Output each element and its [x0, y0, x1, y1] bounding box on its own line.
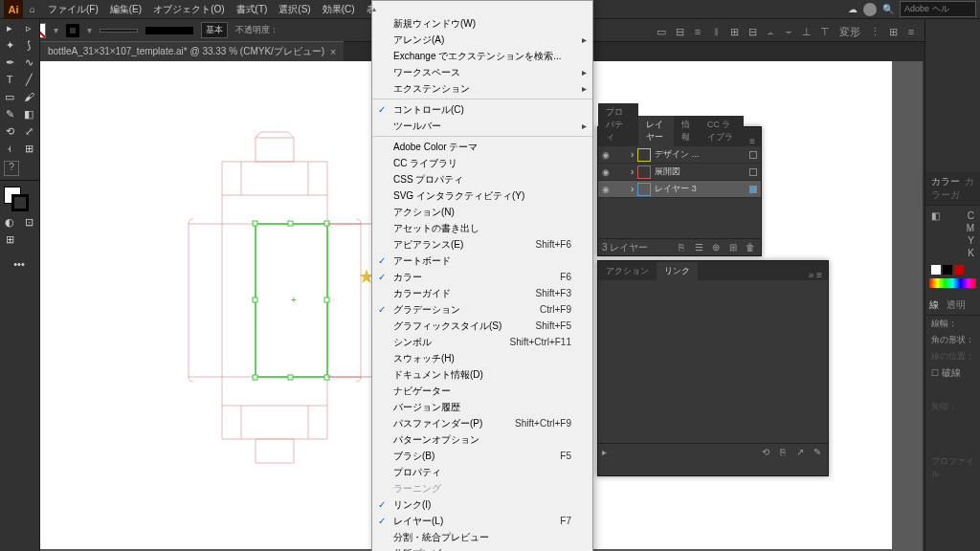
- scroll-up-icon[interactable]: ▴: [372, 3, 592, 15]
- document-tab[interactable]: bottleA_31×31×107_template.ai* @ 33.33 %…: [40, 41, 344, 61]
- align-icon[interactable]: ⊥: [799, 26, 814, 38]
- tab-layers[interactable]: レイヤー: [638, 116, 674, 146]
- stroke-tab[interactable]: 線: [929, 296, 939, 315]
- fill-stroke[interactable]: [0, 185, 36, 213]
- link-icon[interactable]: ⎘: [776, 447, 790, 457]
- mi-properties[interactable]: プロパティ: [372, 464, 592, 480]
- menu-edit[interactable]: 編集(E): [104, 3, 147, 16]
- mi-extensions[interactable]: エクステンション: [372, 80, 592, 97]
- mi-adobe-color[interactable]: Adobe Color テーマ: [372, 139, 592, 155]
- tab-cc[interactable]: CC ライブラ: [700, 116, 744, 146]
- align-icon[interactable]: ≡: [690, 26, 705, 37]
- stroke-weight[interactable]: [100, 29, 138, 33]
- align-icon[interactable]: ⫠: [763, 26, 778, 37]
- align-icon[interactable]: ⋮: [867, 26, 882, 38]
- align-icon[interactable]: ⊟: [672, 26, 687, 38]
- link-icon[interactable]: ↗: [793, 447, 807, 457]
- tab-actions[interactable]: アクション: [598, 262, 657, 280]
- mi-version-hist[interactable]: バージョン履歴: [372, 399, 592, 415]
- transform-label[interactable]: 変形: [835, 25, 864, 39]
- layer-icon[interactable]: ⊞: [726, 242, 740, 253]
- menu-select[interactable]: 選択(S): [273, 3, 316, 16]
- menu-object[interactable]: オブジェクト(O): [147, 3, 230, 16]
- tab-properties[interactable]: プロパティ: [598, 103, 638, 146]
- home-icon[interactable]: ⌂: [23, 4, 42, 14]
- app-logo[interactable]: Ai: [4, 0, 23, 19]
- align-icon[interactable]: ≡: [903, 26, 919, 37]
- mi-flattener[interactable]: 分版プレビュー: [372, 545, 592, 551]
- layer-icon[interactable]: ⎘: [675, 242, 688, 253]
- help-search[interactable]: Adobe ヘル: [900, 1, 976, 17]
- tool-extra[interactable]: ⊞: [0, 231, 19, 248]
- link-icon[interactable]: ⟲: [759, 447, 772, 457]
- direct-select-tool[interactable]: ▹: [19, 19, 38, 36]
- visibility-icon[interactable]: ◉: [602, 185, 613, 194]
- mi-graphic-styles[interactable]: グラフィックスタイル(S)Shift+F5: [372, 318, 592, 334]
- mi-gradient[interactable]: グラデーションCtrl+F9: [372, 301, 592, 318]
- panel-close-icon[interactable]: » ≡: [803, 270, 828, 280]
- width-tool[interactable]: ⫞: [0, 140, 19, 157]
- link-icon[interactable]: ✎: [811, 447, 824, 457]
- mi-toolbar[interactable]: ツールバー: [372, 118, 592, 134]
- color-tab[interactable]: カラー: [931, 176, 960, 187]
- mi-color-guide[interactable]: カラーガイドShift+F3: [372, 285, 592, 301]
- stroke-profile[interactable]: 基本: [201, 22, 228, 38]
- mi-brushes[interactable]: ブラシ(B)F5: [372, 448, 592, 464]
- mi-symbols[interactable]: シンボルShift+Ctrl+F11: [372, 334, 592, 350]
- mi-navigator[interactable]: ナビゲーター: [372, 383, 592, 399]
- layer-row[interactable]: ◉›デザイン ...: [598, 146, 761, 164]
- mi-cc-lib[interactable]: CC ライブラリ: [372, 155, 592, 171]
- align-icon[interactable]: ⫟: [781, 26, 796, 37]
- visibility-icon[interactable]: ◉: [602, 150, 613, 160]
- magic-wand-tool[interactable]: ✦: [0, 36, 19, 54]
- user-icon[interactable]: [863, 3, 877, 16]
- layer-row[interactable]: ◉›展開図: [598, 164, 761, 181]
- brush-tool[interactable]: 🖌: [19, 88, 38, 105]
- tab-close-icon[interactable]: ×: [330, 47, 336, 57]
- eraser-tool[interactable]: ◧: [19, 105, 38, 122]
- lasso-tool[interactable]: ⟆: [19, 36, 38, 54]
- mi-control[interactable]: コントロール(C): [372, 101, 592, 118]
- layer-icon[interactable]: ☰: [692, 242, 705, 253]
- mi-artboards[interactable]: アートボード: [372, 253, 592, 269]
- mi-actions[interactable]: アクション(N): [372, 204, 592, 220]
- shaper-tool[interactable]: ✎: [0, 105, 19, 122]
- align-icon[interactable]: ⊞: [885, 26, 901, 38]
- mi-layers[interactable]: レイヤー(L)F7: [372, 513, 592, 529]
- cloud-icon[interactable]: ☁: [848, 4, 858, 14]
- mi-swatches[interactable]: スウォッチ(H): [372, 350, 592, 366]
- mi-doc-info[interactable]: ドキュメント情報(D): [372, 366, 592, 383]
- mi-new-window[interactable]: 新規ウィンドウ(W): [372, 15, 592, 32]
- layer-row[interactable]: ◉›レイヤー 3: [598, 181, 761, 198]
- visibility-icon[interactable]: ◉: [602, 167, 613, 177]
- mi-svg-int[interactable]: SVG インタラクティビティ(Y): [372, 187, 592, 204]
- opacity-tab[interactable]: 透明: [947, 296, 966, 315]
- edit-toolbar[interactable]: ?: [4, 161, 19, 176]
- mi-sep-prev[interactable]: 分割・統合プレビュー: [372, 529, 592, 545]
- mi-links[interactable]: リンク(I): [372, 496, 592, 513]
- menu-file[interactable]: ファイル(F): [42, 3, 104, 16]
- trash-icon[interactable]: 🗑: [744, 242, 757, 253]
- edit-more[interactable]: •••: [0, 255, 38, 273]
- layer-icon[interactable]: ⊕: [709, 242, 723, 253]
- selection-tool[interactable]: ▸: [0, 19, 19, 36]
- align-icon[interactable]: ▭: [654, 26, 669, 38]
- panel-menu-icon[interactable]: ≡: [744, 136, 761, 146]
- color-spectrum[interactable]: [929, 278, 976, 288]
- mi-pattern-opt[interactable]: パターンオプション: [372, 431, 592, 448]
- rect-tool[interactable]: ▭: [0, 88, 19, 105]
- tab-info[interactable]: 情報: [674, 116, 700, 146]
- mi-css-prop[interactable]: CSS プロパティ: [372, 171, 592, 187]
- screen-mode[interactable]: ⊡: [19, 213, 38, 231]
- type-tool[interactable]: T: [0, 71, 19, 88]
- line-tool[interactable]: ╱: [19, 71, 38, 88]
- free-transform[interactable]: ⊞: [19, 140, 38, 157]
- curvature-tool[interactable]: ∿: [19, 54, 38, 71]
- scale-tool[interactable]: ⤢: [19, 122, 38, 140]
- align-icon[interactable]: ⊤: [817, 26, 833, 38]
- rotate-tool[interactable]: ⟲: [0, 122, 19, 140]
- search-icon[interactable]: 🔍: [882, 4, 894, 14]
- mi-asset-exp[interactable]: アセットの書き出し: [372, 220, 592, 236]
- mi-arrange[interactable]: アレンジ(A): [372, 32, 592, 48]
- draw-mode[interactable]: ◐: [0, 213, 19, 231]
